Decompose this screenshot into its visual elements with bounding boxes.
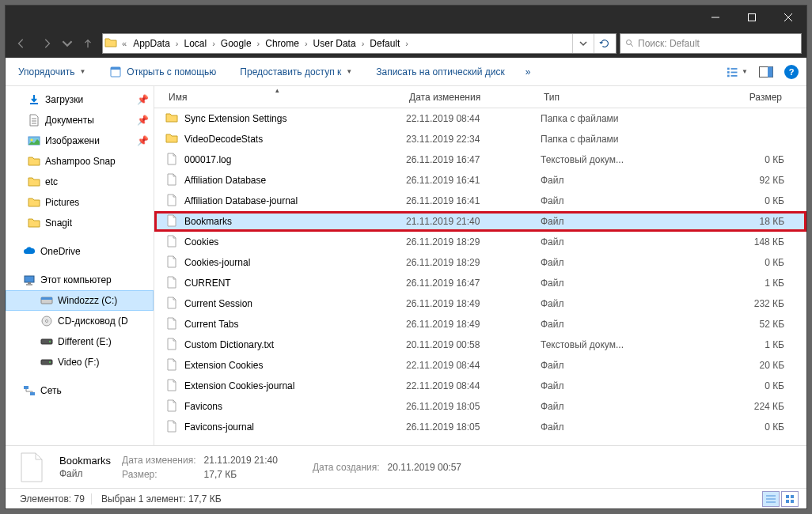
svg-rect-10 xyxy=(727,74,730,77)
sidebar-item-this-pc[interactable]: Этот компьютер xyxy=(6,270,154,290)
chevron-right-icon[interactable]: › xyxy=(255,39,263,48)
svg-rect-23 xyxy=(28,282,31,284)
file-type: Текстовый докум... xyxy=(541,339,658,350)
chevron-right-icon[interactable]: › xyxy=(403,39,411,48)
view-options-button[interactable]: ▼ xyxy=(727,62,748,82)
pin-icon: 📌 xyxy=(137,135,149,146)
file-size: 92 КБ xyxy=(658,175,800,186)
file-type: Текстовый докум... xyxy=(541,154,658,165)
file-row[interactable]: 000017.log26.11.2019 16:47Текстовый доку… xyxy=(154,149,806,170)
chevron-right-icon[interactable]: › xyxy=(359,39,367,48)
search-icon xyxy=(625,39,635,48)
file-row[interactable]: Favicons26.11.2019 18:05Файл224 КБ xyxy=(154,396,806,417)
column-date[interactable]: Дата изменения xyxy=(401,86,536,108)
titlebar[interactable] xyxy=(6,6,806,29)
column-name[interactable]: Имя▴ xyxy=(154,86,401,108)
file-row[interactable]: Current Tabs26.11.2019 18:49Файл52 КБ xyxy=(154,314,806,334)
main-area: Загрузки📌 Документы📌 Изображени📌 Ashampo… xyxy=(6,86,806,445)
share-button[interactable]: Предоставить доступ к▼ xyxy=(235,63,357,81)
breadcrumb-segment[interactable]: User Data xyxy=(310,36,359,51)
column-size[interactable]: Размер xyxy=(653,86,806,108)
breadcrumb-segment[interactable]: Google xyxy=(218,36,255,51)
file-row[interactable]: Extension Cookies-journal22.11.2019 08:4… xyxy=(154,376,806,396)
chevron-right-icon[interactable]: › xyxy=(302,39,310,48)
open-with-button[interactable]: Открыть с помощью xyxy=(104,62,221,81)
chevron-right-icon[interactable]: › xyxy=(210,39,218,48)
sidebar-item-etc[interactable]: etc xyxy=(6,172,154,192)
svg-rect-39 xyxy=(791,495,794,498)
file-row[interactable]: Cookies26.11.2019 18:29Файл148 КБ xyxy=(154,232,806,252)
sidebar-item-network[interactable]: Сеть xyxy=(6,380,154,401)
history-dropdown[interactable] xyxy=(61,32,74,55)
help-button[interactable]: ? xyxy=(784,65,799,79)
sidebar-item-video[interactable]: Video (F:) xyxy=(6,352,154,372)
file-date: 26.11.2019 16:47 xyxy=(406,278,541,289)
forward-button[interactable] xyxy=(36,32,58,55)
file-name: Current Tabs xyxy=(184,319,406,330)
sidebar-item-images[interactable]: Изображени📌 xyxy=(6,130,154,151)
breadcrumb-segment[interactable]: Local xyxy=(181,36,211,51)
sidebar-item-downloads[interactable]: Загрузки📌 xyxy=(6,89,154,110)
file-icon xyxy=(165,235,180,249)
sidebar-item-documents[interactable]: Документы📌 xyxy=(6,110,154,130)
sidebar-item-ashampoo[interactable]: Ashampoo Snap xyxy=(6,151,154,172)
svg-rect-33 xyxy=(24,386,28,389)
file-type: Файл xyxy=(541,401,658,412)
file-date: 26.11.2019 16:41 xyxy=(406,175,541,186)
sidebar-item-snagit[interactable]: Snagit xyxy=(6,213,154,233)
file-row[interactable]: Current Session26.11.2019 18:49Файл232 К… xyxy=(154,293,806,314)
breadcrumb-segment[interactable]: Default xyxy=(366,36,403,51)
file-name: Favicons-journal xyxy=(184,421,406,433)
icons-view-button[interactable] xyxy=(781,491,799,507)
file-type: Файл xyxy=(541,298,658,309)
detail-created-label: Дата создания: xyxy=(313,462,380,473)
breadcrumb-segment[interactable]: Chrome xyxy=(262,36,302,51)
file-row[interactable]: Extension Cookies22.11.2019 08:44Файл20 … xyxy=(154,355,806,376)
file-row[interactable]: Sync Extension Settings22.11.2019 08:44П… xyxy=(154,108,806,129)
file-list[interactable]: Sync Extension Settings22.11.2019 08:44П… xyxy=(154,108,806,445)
file-row[interactable]: Affiliation Database-journal26.11.2019 1… xyxy=(154,191,806,211)
burn-button[interactable]: Записать на оптический диск xyxy=(371,63,510,81)
file-date: 21.11.2019 21:40 xyxy=(406,216,541,227)
maximize-button[interactable] xyxy=(734,6,770,29)
file-row[interactable]: Custom Dictionary.txt20.11.2019 00:58Тек… xyxy=(154,334,806,355)
sidebar-item-windozzz[interactable]: Windozzz (C:) xyxy=(6,290,154,311)
explorer-window: « AppData›Local›Google›Chrome›User Data›… xyxy=(5,5,807,509)
details-view-button[interactable] xyxy=(762,491,780,507)
navigation-pane[interactable]: Загрузки📌 Документы📌 Изображени📌 Ashampo… xyxy=(6,86,154,445)
back-button[interactable] xyxy=(10,32,32,55)
file-date: 23.11.2019 22:34 xyxy=(406,134,541,145)
organize-button[interactable]: Упорядочить▼ xyxy=(13,63,90,81)
toolbar-overflow[interactable]: » xyxy=(524,66,533,77)
sidebar-item-different[interactable]: Different (E:) xyxy=(6,331,154,352)
file-row[interactable]: Bookmarks21.11.2019 21:40Файл18 КБ xyxy=(154,211,806,232)
sidebar-item-cd[interactable]: CD-дисковод (D xyxy=(6,311,154,331)
breadcrumb-segment[interactable]: AppData xyxy=(130,36,173,51)
file-row[interactable]: VideoDecodeStats23.11.2019 22:34Папка с … xyxy=(154,129,806,149)
refresh-button[interactable] xyxy=(594,34,614,53)
address-dropdown[interactable] xyxy=(572,34,593,53)
column-type[interactable]: Тип xyxy=(536,86,653,108)
file-icon xyxy=(165,317,180,331)
up-button[interactable] xyxy=(77,32,99,55)
address-bar[interactable]: « AppData›Local›Google›Chrome›User Data›… xyxy=(102,33,617,54)
file-row[interactable]: CURRENT26.11.2019 16:47Файл1 КБ xyxy=(154,273,806,293)
file-size: 0 КБ xyxy=(658,257,800,268)
minimize-button[interactable] xyxy=(697,6,734,29)
file-type: Файл xyxy=(541,278,658,289)
file-name: Cookies xyxy=(184,236,406,248)
file-name: Affiliation Database xyxy=(184,175,406,186)
file-row[interactable]: Cookies-journal26.11.2019 18:29Файл0 КБ xyxy=(154,252,806,273)
file-row[interactable]: Affiliation Database26.11.2019 16:41Файл… xyxy=(154,170,806,191)
file-date: 26.11.2019 16:47 xyxy=(406,154,541,165)
preview-pane-button[interactable] xyxy=(756,62,776,82)
search-input[interactable]: Поиск: Default xyxy=(620,33,802,54)
close-button[interactable] xyxy=(770,6,806,29)
file-icon xyxy=(165,379,180,393)
sidebar-item-onedrive[interactable]: OneDrive xyxy=(6,241,154,262)
detail-filetype: Файл xyxy=(59,468,111,479)
sidebar-item-pictures[interactable]: Pictures xyxy=(6,192,154,213)
file-row[interactable]: Favicons-journal26.11.2019 18:05Файл0 КБ xyxy=(154,417,806,437)
svg-point-4 xyxy=(627,40,632,45)
chevron-right-icon[interactable]: › xyxy=(173,39,181,48)
